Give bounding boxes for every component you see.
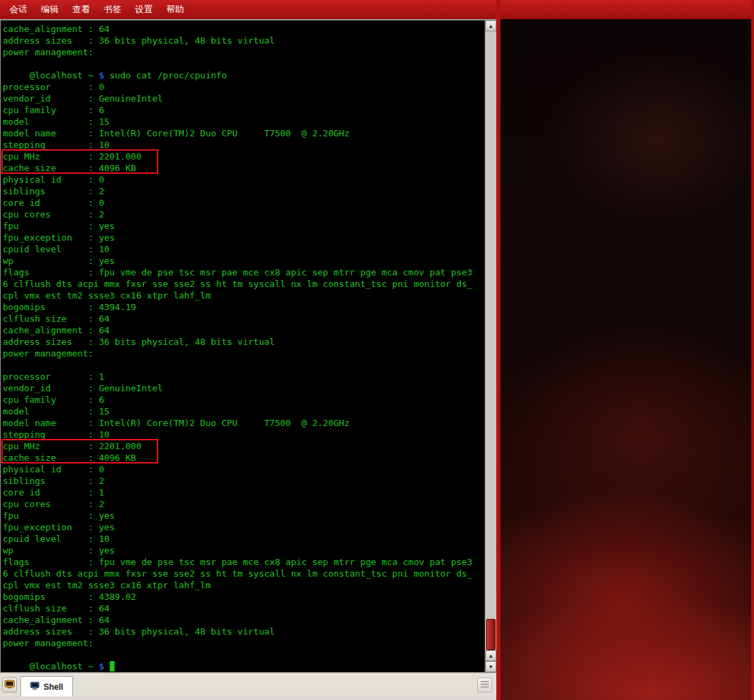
- terminal-line: cpl vmx est tm2 ssse3 cx16 xtpr lahf_lm: [3, 579, 485, 591]
- terminal-line: power management:: [3, 637, 485, 649]
- terminal-line: vendor_id : GenuineIntel: [3, 93, 485, 104]
- terminal-line: core id : 1: [3, 487, 485, 498]
- terminal-line: clflush size : 64: [3, 313, 485, 324]
- terminal-line: physical id : 0: [3, 463, 485, 475]
- terminal-line: cpu MHz : 2201.000: [3, 440, 485, 452]
- terminal-line: fpu : yes: [3, 510, 485, 521]
- desktop-background: KPowersave 信息对话框 – □ × 杂项 z 当前方案:性能当前 CP…: [500, 0, 754, 700]
- terminal-window: 会话编辑查看书签设置帮助 cache_alignment : 64address…: [0, 0, 500, 700]
- new-session-button[interactable]: [2, 678, 17, 693]
- terminal-line: cpu family : 6: [3, 104, 485, 116]
- terminal-output: cache_alignment : 64address sizes : 36 b…: [3, 23, 485, 672]
- shell-icon: [30, 682, 40, 693]
- terminal-line: physical id : 0: [3, 174, 485, 185]
- terminal-line: [3, 359, 485, 371]
- terminal-line: fpu : yes: [3, 220, 485, 232]
- terminal-line: cache size : 4096 KB: [3, 452, 485, 463]
- scroll-up-button[interactable]: ▲: [485, 20, 496, 31]
- terminal-line: siblings : 2: [3, 475, 485, 487]
- terminal-line: power management:: [3, 46, 485, 58]
- terminal-line: cpl vmx est tm2 ssse3 cx16 xtpr lahf_lm: [3, 290, 485, 301]
- terminal-line: cpu family : 6: [3, 394, 485, 406]
- terminal-line: 6 clflush dts acpi mmx fxsr sse sse2 ss …: [3, 278, 485, 290]
- tab-label: Shell: [44, 682, 63, 692]
- terminal-line: [3, 649, 485, 660]
- terminal-cursor: [110, 661, 115, 671]
- menu-bookmarks[interactable]: 书签: [97, 1, 128, 18]
- menu-edit[interactable]: 编辑: [34, 1, 65, 18]
- terminal-line: stepping : 10: [3, 139, 485, 151]
- menu-bar: 会话编辑查看书签设置帮助: [0, 0, 496, 19]
- terminal-line: siblings : 2: [3, 185, 485, 197]
- terminal-line: cpuid level : 10: [3, 533, 485, 545]
- terminal-line: fpu_exception : yes: [3, 521, 485, 533]
- terminal-line: model : 15: [3, 116, 485, 127]
- terminal-line: @localhost ~ $: [3, 660, 485, 672]
- terminal-line: vendor_id : GenuineIntel: [3, 382, 485, 394]
- scroll-down-button[interactable]: ▼: [485, 661, 496, 672]
- terminal-line: wp : yes: [3, 545, 485, 556]
- terminal-line: @localhost ~ $ sudo cat /proc/cpuinfo: [3, 70, 485, 81]
- terminal-line: clflush size : 64: [3, 603, 485, 614]
- terminal-line: address sizes : 36 bits physical, 48 bit…: [3, 626, 485, 637]
- scroll-up-button-bottom[interactable]: ▲: [485, 650, 496, 661]
- menu-settings[interactable]: 设置: [128, 1, 160, 18]
- terminal-line: power management:: [3, 348, 485, 359]
- session-list-button[interactable]: [477, 678, 492, 693]
- menu-help[interactable]: 帮助: [160, 1, 191, 18]
- menu-view[interactable]: 查看: [65, 1, 97, 18]
- terminal-line: cache_alignment : 64: [3, 324, 485, 336]
- session-list-icon: [480, 679, 489, 691]
- terminal-scrollbar[interactable]: ▲ ▲ ▼: [485, 20, 496, 672]
- terminal-frame: cache_alignment : 64address sizes : 36 b…: [0, 19, 496, 673]
- terminal-line: flags : fpu vme de pse tsc msr pae mce c…: [3, 267, 485, 278]
- terminal-line: model name : Intel(R) Core(TM)2 Duo CPU …: [3, 127, 485, 139]
- terminal-line: cpuid level : 10: [3, 243, 485, 255]
- terminal-line: 6 clflush dts acpi mmx fxsr sse sse2 ss …: [3, 568, 485, 579]
- terminal-line: processor : 1: [3, 371, 485, 382]
- terminal-line: wp : yes: [3, 255, 485, 267]
- new-session-icon: [4, 679, 15, 692]
- terminal-line: cpu MHz : 2201.000: [3, 151, 485, 162]
- terminal-line: model name : Intel(R) Core(TM)2 Duo CPU …: [3, 417, 485, 429]
- terminal-line: flags : fpu vme de pse tsc msr pae mce c…: [3, 556, 485, 568]
- terminal-line: [3, 58, 485, 70]
- terminal-line: cpu cores : 2: [3, 498, 485, 510]
- terminal-line: processor : 0: [3, 81, 485, 93]
- terminal-line: cpu cores : 2: [3, 209, 485, 220]
- terminal-line: cache size : 4096 KB: [3, 162, 485, 174]
- terminal-line: cache_alignment : 64: [3, 23, 485, 35]
- terminal-line: bogomips : 4394.19: [3, 301, 485, 313]
- terminal-line: model : 15: [3, 406, 485, 417]
- terminal-line: cache_alignment : 64: [3, 614, 485, 626]
- terminal-line: address sizes : 36 bits physical, 48 bit…: [3, 336, 485, 348]
- terminal-line: bogomips : 4389.02: [3, 591, 485, 603]
- desktop-top-band: [500, 0, 754, 19]
- terminal-line: stepping : 10: [3, 429, 485, 440]
- terminal-line: address sizes : 36 bits physical, 48 bit…: [3, 35, 485, 46]
- menu-session[interactable]: 会话: [3, 1, 34, 18]
- terminal-screen[interactable]: cache_alignment : 64address sizes : 36 b…: [1, 20, 485, 672]
- tab-shell[interactable]: Shell: [20, 676, 73, 697]
- scrollbar-thumb[interactable]: [486, 619, 496, 650]
- screen-right-edge: [751, 0, 754, 700]
- tab-bar: Shell: [0, 673, 496, 696]
- terminal-line: core id : 0: [3, 197, 485, 209]
- terminal-line: fpu_exception : yes: [3, 232, 485, 243]
